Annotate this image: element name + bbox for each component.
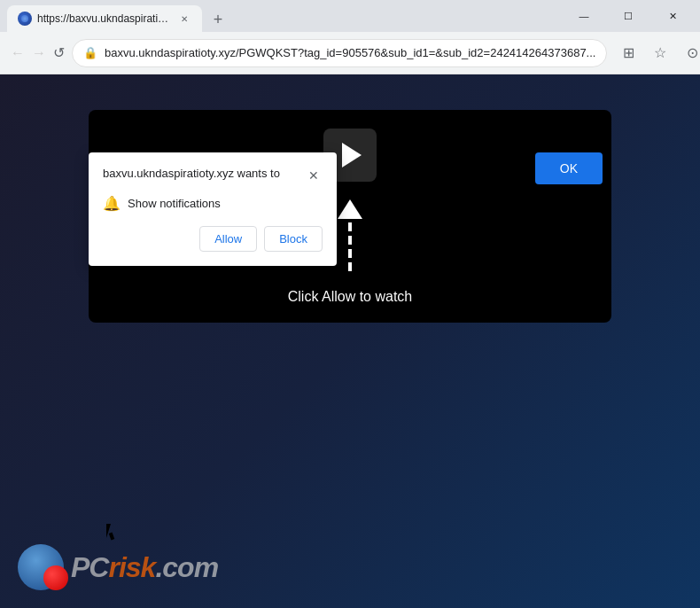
page-content: Click Allow to watch OK baxvu.ukndaspira… — [0, 74, 700, 608]
arrow-indicator — [338, 199, 362, 271]
minimize-button[interactable]: — — [564, 0, 604, 32]
mouse-cursor — [106, 524, 119, 542]
block-button[interactable]: Block — [264, 226, 323, 252]
active-tab[interactable]: https://baxvu.ukndaspiratioty.xyz... ✕ — [7, 5, 202, 32]
dash-2 — [348, 236, 352, 245]
permission-dialog: baxvu.ukndaspiratioty.xyz wants to ✕ 🔔 S… — [89, 152, 337, 266]
bell-icon: 🔔 — [103, 195, 121, 212]
dash-1 — [348, 222, 352, 231]
watermark-risk: risk — [108, 551, 155, 583]
watermark-text: PCrisk.com — [71, 551, 218, 584]
new-tab-button[interactable]: + — [206, 7, 230, 32]
window-controls: — ☐ ✕ — [564, 0, 693, 32]
arrow-up-icon — [338, 199, 362, 219]
back-button[interactable]: ← — [11, 39, 25, 67]
bookmark-button[interactable]: ☆ — [646, 39, 674, 67]
dialog-buttons: Allow Block — [103, 226, 323, 252]
dash-3 — [348, 249, 352, 258]
play-icon — [342, 143, 362, 168]
forward-button[interactable]: → — [32, 39, 46, 67]
dash-4 — [348, 262, 352, 271]
url-text: baxvu.ukndaspiratioty.xyz/PGWQKST?tag_id… — [105, 46, 595, 59]
tab-favicon — [18, 12, 32, 26]
notification-row: 🔔 Show notifications — [103, 195, 323, 212]
ok-button[interactable]: OK — [535, 152, 603, 184]
extensions-button[interactable]: ⊞ — [614, 39, 642, 67]
close-button[interactable]: ✕ — [652, 0, 693, 32]
maximize-button[interactable]: ☐ — [608, 0, 649, 32]
pc-logo — [18, 544, 64, 590]
watermark-pc: PC — [71, 551, 108, 583]
tab-bar: https://baxvu.ukndaspiratioty.xyz... ✕ + — [7, 0, 553, 32]
tab-title: https://baxvu.ukndaspiratioty.xyz... — [37, 12, 172, 25]
browser-window: https://baxvu.ukndaspiratioty.xyz... ✕ +… — [0, 0, 700, 608]
navigation-bar: ← → ↺ 🔒 baxvu.ukndaspiratioty.xyz/PGWQKS… — [0, 32, 700, 74]
address-bar[interactable]: 🔒 baxvu.ukndaspiratioty.xyz/PGWQKST?tag_… — [72, 39, 607, 67]
dialog-header: baxvu.ukndaspiratioty.xyz wants to ✕ — [103, 167, 323, 184]
click-allow-text: Click Allow to watch — [288, 289, 413, 305]
dialog-title: baxvu.ukndaspiratioty.xyz wants to — [103, 167, 280, 180]
watermark-com: .com — [155, 551, 218, 583]
dialog-close-button[interactable]: ✕ — [305, 167, 323, 184]
page-background: Click Allow to watch OK baxvu.ukndaspira… — [0, 74, 700, 608]
profile-button[interactable]: ⊙ — [678, 39, 700, 67]
reload-button[interactable]: ↺ — [53, 39, 65, 67]
nav-icons: ⊞ ☆ ⊙ ⋮ — [614, 39, 700, 67]
title-bar: https://baxvu.ukndaspiratioty.xyz... ✕ +… — [0, 0, 700, 32]
notification-label: Show notifications — [128, 197, 221, 210]
arrow-dashes — [348, 222, 352, 271]
lock-icon: 🔒 — [83, 46, 97, 59]
tab-close-button[interactable]: ✕ — [177, 12, 191, 26]
allow-button[interactable]: Allow — [199, 226, 257, 252]
watermark: PCrisk.com — [18, 544, 218, 590]
